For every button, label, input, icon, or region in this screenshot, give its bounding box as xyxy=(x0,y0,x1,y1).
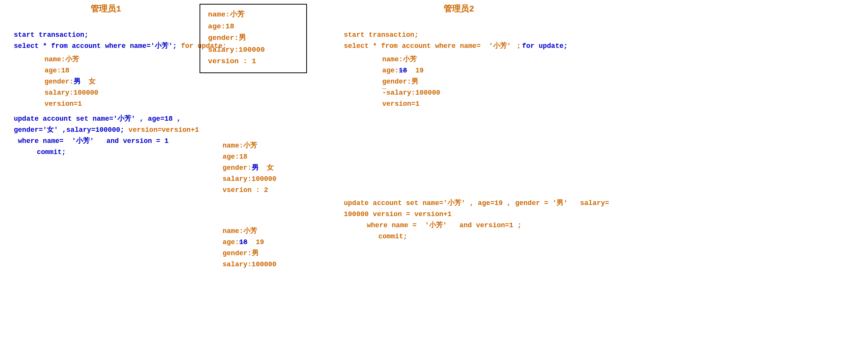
center-record3: name:小芳 age:18 19 gender:男 salary:100000 xyxy=(223,226,330,270)
center-bordered-record: name:小芳 age:18 gender:男 salary:100000 ve… xyxy=(200,4,307,73)
admin1-where: where name= '小芳' and version = 1 xyxy=(14,136,198,146)
admin1-line-select: select * from account where name='小芳'; f… xyxy=(14,41,198,51)
admin2-update2: 100000 version = version+1 xyxy=(344,209,574,220)
admin2-start-tx: start transaction; xyxy=(344,30,574,40)
admin1-update1: update account set name='小芳' , age=18 , xyxy=(14,114,198,124)
admin1-commit: commit; xyxy=(14,147,198,157)
admin1-title: 管理员1 xyxy=(14,3,198,15)
admin1-line-start-tx: start transaction; xyxy=(14,30,198,40)
admin2-update1: update account set name='小芳' , age=19 , … xyxy=(344,198,574,208)
admin2-select: select * from account where name= '小芳' ；… xyxy=(344,41,574,51)
admin1-record: name:小芳 age:18 gender:男 女 salary:100000 … xyxy=(14,54,198,109)
center-box1: name:小芳 age:18 gender:男 salary:100000 ve… xyxy=(200,4,330,79)
admin2-record: name:小芳 age:18 19 gender:男 -salary:10000… xyxy=(344,54,574,109)
admin2-commit: commit; xyxy=(344,231,574,242)
admin1-panel: 管理员1 start transaction; select * from ac… xyxy=(14,0,198,158)
admin2-where: where name = '小芳' and version=1 ; xyxy=(344,220,574,231)
gender-strike: 男 xyxy=(74,78,81,85)
admin2-panel: 管理员2 start transaction; select * from ac… xyxy=(344,0,574,243)
admin2-spacer xyxy=(344,114,574,198)
center-record2: name:小芳 age:18 gender:男 女 salary:100000 … xyxy=(223,141,330,195)
admin1-update2: gender='女' ,salary=100000; version=versi… xyxy=(14,125,198,135)
center-panel: name:小芳 age:18 gender:男 salary:100000 ve… xyxy=(200,0,330,271)
admin2-title: 管理员2 xyxy=(344,3,574,15)
